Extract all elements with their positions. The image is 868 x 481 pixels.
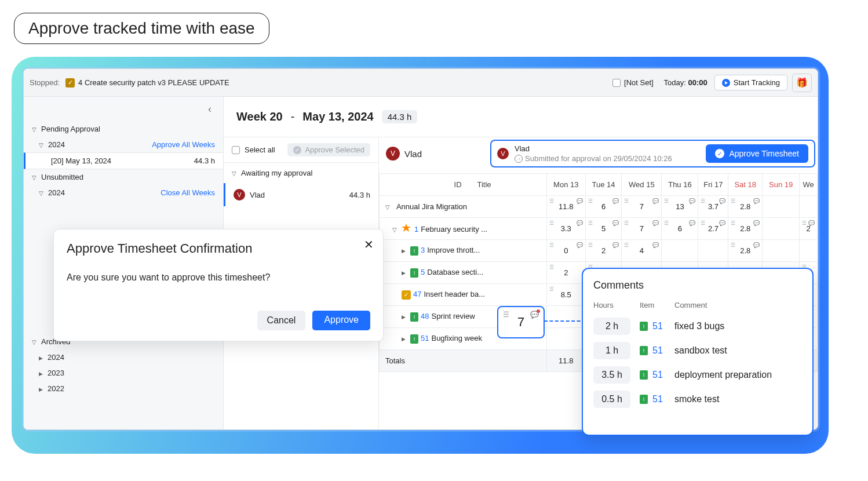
cell[interactable]	[763, 240, 800, 262]
collapse-sidebar-icon[interactable]: ‹	[208, 103, 211, 115]
table-row[interactable]: !3Improve thrott...☰💬0☰💬2☰💬4☰💬2.8	[380, 240, 818, 262]
stopped-task-id: 4	[78, 78, 82, 87]
approve-banner: V Vlad → Submitted for approval on 29/05…	[490, 140, 815, 167]
play-icon	[722, 79, 730, 87]
cell[interactable]	[662, 240, 698, 262]
task-check-icon: ✓	[65, 78, 75, 88]
sidebar-unsubmitted[interactable]: Unsubmitted	[24, 169, 223, 185]
close-icon[interactable]: ✕	[364, 238, 374, 252]
comments-title: Comments	[593, 279, 802, 291]
cell[interactable]	[763, 218, 800, 240]
awaiting-header[interactable]: Awaiting my approval	[224, 163, 378, 183]
banner-user: Vlad	[515, 144, 700, 153]
connector-line	[544, 320, 586, 322]
cell[interactable]	[763, 196, 800, 218]
cell[interactable]: ☰💬2.8	[728, 240, 763, 262]
note-icon: ☰	[503, 311, 509, 319]
sidebar-archived-2022[interactable]: 2022	[24, 381, 223, 396]
notset-checkbox[interactable]	[612, 79, 621, 87]
cell[interactable]: ☰💬7	[622, 218, 662, 240]
comment-item-link[interactable]: 51	[652, 394, 663, 405]
comment-row: 0.5 h !51 smoke test	[593, 387, 802, 411]
sidebar-unsubmitted-2024[interactable]: 2024 Close All Weeks	[24, 185, 223, 201]
cell[interactable]	[546, 306, 585, 328]
sheet-user-label: V Vlad	[386, 147, 422, 161]
check-circle-icon: ✓	[715, 149, 724, 158]
week-header: Week 20 - May 13, 2024 44.3 h	[224, 97, 818, 137]
sidebar-archived-2023[interactable]: 2023	[24, 365, 223, 381]
table-row[interactable]: Annual Jira Migration☰💬11.8☰💬6☰💬7☰💬13☰💬3…	[380, 196, 818, 218]
check-circle-icon: ✓	[293, 146, 301, 154]
comment-item-link[interactable]: 51	[652, 370, 663, 380]
comment-row: 1 h !51 sandbox test	[593, 338, 802, 363]
stopped-label: Stopped:	[30, 78, 60, 87]
cell[interactable]: ☰💬6	[662, 218, 698, 240]
select-all-label: Select all	[245, 145, 275, 154]
comment-hours: 0.5 h	[593, 391, 630, 408]
cell[interactable]: ☰💬7	[622, 196, 662, 218]
today-time: Today: 00:00	[664, 78, 707, 87]
cell[interactable]: ☰💬2	[585, 240, 621, 262]
comment-hours: 1 h	[593, 342, 630, 359]
cancel-button[interactable]: Cancel	[257, 311, 306, 330]
cell[interactable]: ☰💬2.7	[698, 218, 728, 240]
comment-text: sandbox test	[674, 345, 802, 356]
cell[interactable]: ☰8.5	[546, 284, 585, 306]
approve-button[interactable]: Approve	[312, 311, 370, 330]
notset-label: [Not Set]	[624, 78, 654, 87]
approve-selected-button[interactable]: ✓ Approve Selected	[287, 143, 370, 156]
comment-item-link[interactable]: 51	[652, 345, 663, 356]
select-all-checkbox[interactable]	[232, 146, 240, 154]
approve-timesheet-button[interactable]: ✓ Approve Timesheet	[706, 144, 808, 163]
cell[interactable]: ☰💬6	[585, 196, 621, 218]
table-row[interactable]: 1February security ...☰💬3.3☰💬5☰💬7☰💬6☰💬2.…	[380, 218, 818, 240]
comment-text: deployment preparation	[674, 370, 802, 380]
start-tracking-button[interactable]: Start Tracking	[714, 75, 787, 90]
dialog-text: Are you sure you want to approve this ti…	[67, 272, 370, 283]
banner-submitted: → Submitted for approval on 29/05/2024 1…	[515, 154, 700, 163]
comment-hours: 2 h	[593, 318, 630, 335]
cell[interactable]: ☰2	[546, 262, 585, 284]
topbar: Stopped: ✓ 4 Create security patch v3 PL…	[24, 69, 818, 97]
user-avatar: V	[234, 189, 245, 201]
stopped-task-title: Create security patch v3 PLEASE UPDATE	[85, 78, 229, 87]
comments-popover: Comments Hours Item Comment 2 h !51 fixe…	[582, 268, 814, 436]
sidebar-year-2024[interactable]: 2024 Approve All Weeks	[24, 137, 223, 152]
cell[interactable]: ☰💬3.3	[546, 218, 585, 240]
approve-all-weeks-link[interactable]: Approve All Weeks	[152, 140, 215, 149]
cell[interactable]	[800, 240, 818, 262]
approval-user-row[interactable]: V Vlad 44.3 h	[224, 183, 378, 206]
cell[interactable]: ☰💬5	[585, 218, 621, 240]
cell[interactable]: ☰💬2	[800, 218, 818, 240]
task-icon: !	[640, 346, 648, 355]
gift-icon[interactable]: 🎁	[792, 74, 812, 92]
cell[interactable]: ☰💬0	[546, 240, 585, 262]
page-headline: Approve tracked time with ease	[14, 13, 269, 44]
comment-row: 3.5 h !51 deployment preparation	[593, 363, 802, 387]
sidebar-week-selected[interactable]: [20] May 13, 2024 44.3 h	[24, 152, 223, 169]
cell[interactable]: ☰💬2.8	[728, 218, 763, 240]
dialog-title: Approve Timesheet Confirmation	[67, 241, 370, 256]
task-icon: !	[640, 370, 648, 380]
cell[interactable]: ☰💬13	[662, 196, 698, 218]
task-icon: !	[640, 395, 648, 404]
cell[interactable]	[698, 240, 728, 262]
sidebar-pending-approval[interactable]: Pending Approval	[24, 121, 223, 137]
submitted-icon: →	[515, 155, 523, 163]
confirm-dialog: ✕ Approve Timesheet Confirmation Are you…	[53, 229, 384, 341]
sidebar-archived-2024[interactable]: 2024	[24, 349, 223, 365]
avatar: V	[497, 148, 509, 159]
cell[interactable]	[800, 196, 818, 218]
highlight-cell[interactable]: ☰ 💬 7	[497, 306, 545, 338]
cell[interactable]: ☰💬3.7	[698, 196, 728, 218]
avatar: V	[386, 147, 400, 161]
comment-hours: 3.5 h	[593, 366, 630, 384]
cell[interactable]: ☰💬2.8	[728, 196, 763, 218]
close-all-weeks-link[interactable]: Close All Weeks	[161, 188, 215, 197]
comment-item-link[interactable]: 51	[652, 321, 663, 331]
notset-group[interactable]: [Not Set]	[612, 78, 654, 87]
cell[interactable]: ☰💬4	[622, 240, 662, 262]
cell[interactable]: ☰💬11.8	[546, 196, 585, 218]
comment-text: fixed 3 bugs	[674, 321, 802, 331]
cell[interactable]	[546, 328, 585, 350]
